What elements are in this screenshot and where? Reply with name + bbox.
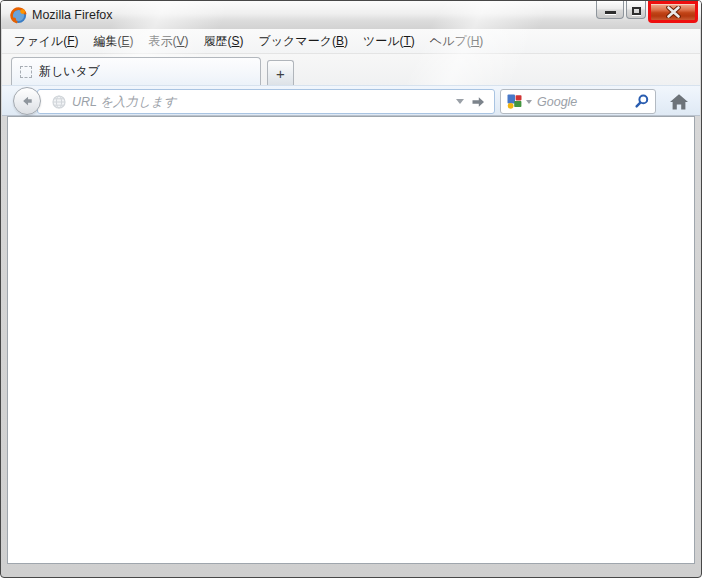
search-bar xyxy=(500,89,656,114)
close-icon xyxy=(666,6,681,18)
menu-help[interactable]: ヘルプ(H) xyxy=(424,30,490,53)
firefox-window: Mozilla Firefox ファイル(F) 編集(E) 表示(V) 履歴(S… xyxy=(0,0,702,578)
url-dropdown-chevron-down-icon[interactable] xyxy=(456,99,464,104)
blank-favicon-icon xyxy=(20,66,32,78)
menu-view[interactable]: 表示(V) xyxy=(142,30,194,53)
back-arrow-icon xyxy=(20,94,34,108)
minimize-button[interactable] xyxy=(596,1,624,19)
search-engine-chevron-down-icon[interactable] xyxy=(526,100,532,104)
globe-icon xyxy=(52,95,66,109)
page-content[interactable] xyxy=(7,116,695,564)
minimize-icon xyxy=(605,11,616,14)
menu-history[interactable]: 履歴(S) xyxy=(198,30,250,53)
url-bar xyxy=(37,89,495,114)
menu-bar: ファイル(F) 編集(E) 表示(V) 履歴(S) ブックマーク(B) ツール(… xyxy=(2,29,700,54)
navigation-toolbar xyxy=(2,85,700,116)
new-tab-button[interactable]: + xyxy=(267,60,294,85)
go-arrow-icon[interactable] xyxy=(470,95,486,109)
firefox-logo-icon xyxy=(10,7,27,24)
home-button[interactable] xyxy=(663,88,695,115)
url-input[interactable] xyxy=(72,92,450,112)
menu-edit[interactable]: 編集(E) xyxy=(87,30,139,53)
title-bar[interactable]: Mozilla Firefox xyxy=(1,1,701,29)
window-controls xyxy=(596,1,698,23)
menu-file[interactable]: ファイル(F) xyxy=(8,30,84,53)
search-icon[interactable] xyxy=(634,94,649,109)
menu-bookmarks[interactable]: ブックマーク(B) xyxy=(253,30,354,53)
restore-icon xyxy=(632,7,641,15)
restore-button[interactable] xyxy=(626,1,646,19)
back-button[interactable] xyxy=(13,87,41,115)
google-icon[interactable] xyxy=(507,94,522,109)
menu-tools[interactable]: ツール(T) xyxy=(357,30,421,53)
tab-bar: 新しいタブ + xyxy=(2,54,700,85)
tab-new-tab[interactable]: 新しいタブ xyxy=(11,57,261,85)
search-input[interactable] xyxy=(537,92,634,112)
tab-label: 新しいタブ xyxy=(39,63,100,80)
home-icon xyxy=(669,93,689,111)
close-button[interactable] xyxy=(648,1,698,23)
window-title: Mozilla Firefox xyxy=(32,1,113,29)
